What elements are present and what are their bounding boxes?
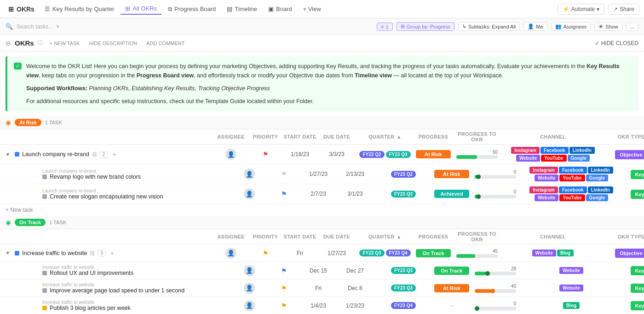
task-name-rollout[interactable]: Rollout UX and UI improvements: [50, 270, 133, 276]
add-comment-button[interactable]: ADD COMMENT: [144, 40, 187, 47]
assignee-cell[interactable]: 👤: [213, 248, 249, 259]
tab-all-okrs[interactable]: ⊞ All OKRs: [121, 3, 161, 15]
collapse-all-icon[interactable]: ⊖: [6, 40, 11, 47]
priority-cell[interactable]: ⚑: [268, 267, 300, 274]
channel-tag[interactable]: Instagram: [511, 147, 540, 154]
channel-tag[interactable]: Blog: [557, 250, 574, 256]
subtask-count-traffic[interactable]: 3: [98, 250, 106, 256]
share-button[interactable]: ↗ Share: [608, 4, 639, 15]
more-chip[interactable]: ...: [626, 23, 638, 31]
task-name-slogan[interactable]: Create new slogan encapsulating new visi…: [50, 193, 163, 200]
group-by-chip[interactable]: ⊞ Group by: Progress: [397, 22, 454, 31]
channel-tag[interactable]: Facebook: [559, 167, 587, 174]
channel-tag[interactable]: YouTube: [559, 194, 585, 201]
hide-closed-button[interactable]: ✓ HIDE CLOSED: [595, 40, 638, 47]
assignees-chip[interactable]: 👥 Assignees: [551, 22, 591, 31]
automate-button[interactable]: ⚡ Automate ▾: [558, 4, 604, 15]
new-task-at-risk-button[interactable]: + New task: [0, 204, 644, 216]
quarter-tag[interactable]: FY23 Q3: [391, 285, 416, 291]
search-input[interactable]: Search tasks...: [17, 23, 53, 30]
priority-cell[interactable]: ⚑: [249, 151, 282, 158]
channel-tag[interactable]: YouTube: [559, 174, 585, 181]
row-collapse-icon[interactable]: ▼: [6, 152, 10, 157]
channel-tag[interactable]: Google: [568, 155, 590, 162]
tab-board[interactable]: ▣ Board: [264, 4, 297, 14]
channel-tag[interactable]: Website: [559, 267, 583, 274]
channel-tag[interactable]: Instagram: [529, 186, 558, 193]
due-date-cell: Dec 27: [337, 267, 374, 274]
assignee-cell[interactable]: 👤: [231, 169, 268, 180]
assignee-cell[interactable]: 👤: [231, 265, 268, 276]
quarter-tag[interactable]: FY23 Q3: [391, 267, 416, 274]
search-dropdown-icon[interactable]: ▾: [57, 23, 59, 29]
section-toggle-at-risk[interactable]: ◉: [6, 119, 11, 126]
show-chip[interactable]: 👁 Show: [594, 23, 622, 31]
subtask-count-launch[interactable]: 2: [100, 151, 108, 158]
channel-tag[interactable]: LinkedIn: [588, 186, 613, 193]
priority-cell[interactable]: ⚑: [268, 190, 300, 198]
subtasks-chip[interactable]: ↳ Subtasks: Expand All: [458, 22, 520, 31]
tab-add-view[interactable]: + View: [299, 4, 326, 14]
hide-description-button[interactable]: HIDE DESCRIPTION: [86, 40, 140, 47]
task-name-speed[interactable]: Improve average page load speed to under…: [50, 287, 184, 294]
col-header-quarter: QUARTER ▲: [355, 234, 415, 239]
sort-icon2[interactable]: ▲: [397, 234, 402, 239]
priority-cell[interactable]: ⚑: [268, 285, 300, 292]
nav-logo[interactable]: ⊞ OKRs: [5, 4, 38, 15]
priority-flag-red: ⚑: [263, 151, 269, 158]
start-date-cell: 2/7/23: [300, 191, 337, 197]
filter-count-chip[interactable]: ≡ 1: [377, 23, 393, 31]
tab-progress-board[interactable]: ⧉ Progress Board: [163, 4, 220, 15]
due-date-cell: 1/23/23: [337, 302, 374, 309]
progress-badge: At Risk: [416, 150, 451, 158]
priority-cell[interactable]: ⚑: [268, 302, 300, 309]
tab-key-results[interactable]: ☰ Key Results by Quarter: [40, 4, 119, 14]
channel-tag[interactable]: YouTube: [541, 155, 566, 162]
channel-tag[interactable]: Website: [532, 250, 556, 256]
task-status-dot: [42, 174, 47, 179]
me-chip[interactable]: 👤 Me: [523, 22, 547, 31]
board-icon: ⧉: [168, 6, 172, 13]
info-icon[interactable]: ⓘ: [38, 39, 43, 47]
task-name-blog[interactable]: Publish 3 blog articles per week: [50, 305, 131, 311]
channel-tag[interactable]: LinkedIn: [569, 147, 595, 154]
channel-tag[interactable]: Google: [586, 194, 608, 201]
channel-tag[interactable]: Website: [559, 285, 583, 291]
channel-tag[interactable]: Instagram: [529, 167, 558, 174]
quarter-tag[interactable]: FY23 Q3: [391, 191, 416, 198]
quarter-tag[interactable]: FY23 Q2: [391, 171, 416, 178]
task-name-launch-rebrand[interactable]: Launch company re-brand: [22, 151, 89, 157]
channel-tag[interactable]: Website: [535, 194, 558, 201]
section-toggle-on-track[interactable]: ◉: [6, 219, 11, 226]
quarter-tag[interactable]: FY23 Q2: [359, 151, 384, 158]
add-subtask-icon[interactable]: +: [112, 151, 116, 158]
channel-tag[interactable]: Website: [535, 174, 558, 181]
priority-cell[interactable]: ⚑: [268, 170, 300, 178]
task-name-revamp[interactable]: Revamp logo with new brand colors: [50, 174, 141, 180]
assignee-cell[interactable]: 👤: [231, 300, 268, 311]
sort-icon[interactable]: ▲: [397, 134, 402, 140]
add-subtask-icon2[interactable]: +: [110, 250, 114, 257]
col-header-start: START DATE: [282, 134, 318, 140]
channel-tag[interactable]: Website: [516, 155, 540, 162]
col-header-assignee: ASSIGNEE: [213, 134, 249, 140]
task-name-traffic[interactable]: Increase traffic to website: [22, 250, 87, 256]
quarter-tag[interactable]: FY23 Q3: [386, 151, 411, 158]
tab-timeline[interactable]: ▤ Timeline: [222, 4, 262, 14]
channel-tag[interactable]: Google: [586, 174, 608, 181]
assignee-cell[interactable]: 👤: [213, 149, 249, 160]
quarter-tag[interactable]: FY23 Q3: [359, 250, 384, 256]
assignee-cell[interactable]: 👤: [231, 283, 268, 294]
new-task-button[interactable]: + NEW TASK: [47, 40, 83, 47]
channel-tag[interactable]: Facebook: [559, 186, 587, 193]
row-collapse-traffic-icon[interactable]: ▼: [6, 250, 10, 256]
quarter-tag[interactable]: FY23 Q4: [386, 250, 411, 256]
channel-tag[interactable]: Blog: [563, 302, 580, 309]
assignee-cell[interactable]: 👤: [231, 188, 268, 199]
table-row: ▼ Increase traffic to website ⛓ 3 + 👤 ⚑ …: [0, 244, 644, 262]
quarter-tag[interactable]: FY23 Q4: [391, 302, 416, 309]
priority-cell[interactable]: ⚑: [249, 250, 282, 257]
channel-tag[interactable]: Facebook: [540, 147, 569, 154]
channel-tag[interactable]: LinkedIn: [588, 167, 613, 174]
priority-flag-gray: ⚑: [281, 170, 287, 178]
